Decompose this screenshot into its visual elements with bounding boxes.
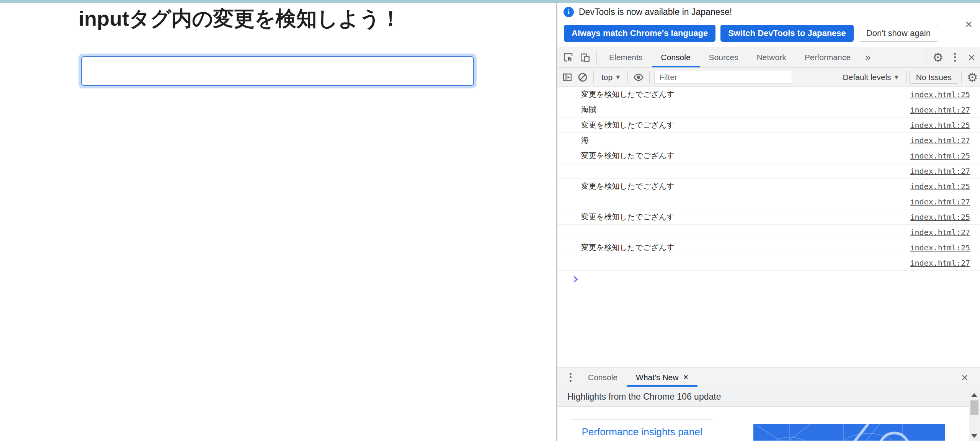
scrollbar-thumb[interactable]	[970, 400, 978, 415]
drawer-tab[interactable]: Console	[579, 368, 627, 387]
console-prompt[interactable]	[557, 271, 980, 287]
levels-label: Default levels	[843, 73, 891, 82]
console-message-row: 変更を検知したでござんす index.html:25	[557, 118, 980, 133]
whats-new-heading: Highlights from the Chrome 106 update	[557, 387, 980, 407]
console-sidebar-toggle-icon[interactable]	[560, 70, 575, 85]
drawer-tab-label: Console	[588, 373, 617, 382]
chevron-down-icon: ▼	[616, 74, 620, 80]
settings-gear-icon[interactable]: ⚙	[929, 49, 946, 66]
console-message-text: 海	[581, 135, 910, 145]
divider	[649, 71, 650, 83]
console-message-row: 変更を検知したでござんす index.html:25	[557, 179, 980, 194]
console-message-row: index.html:27	[557, 255, 980, 271]
console-source-link[interactable]: index.html:27	[910, 197, 970, 206]
console-message-text: 変更を検知したでござんす	[581, 150, 910, 161]
console-source-link[interactable]: index.html:27	[910, 228, 970, 237]
drawer-tab[interactable]: What's New ×	[627, 368, 697, 387]
close-drawer-icon[interactable]: ×	[956, 369, 973, 386]
divider	[906, 71, 906, 83]
clear-console-icon[interactable]	[575, 70, 590, 85]
console-log: 変更を検知したでござんす index.html:25 海賊 index.html…	[557, 87, 980, 287]
context-label: top	[601, 73, 612, 82]
console-source-link[interactable]: index.html:27	[910, 105, 970, 114]
console-settings-gear-icon[interactable]: ⚙	[965, 70, 980, 85]
devtools-drawer: Console What's New × × Highlights from t…	[557, 368, 980, 441]
devtools-tab[interactable]: Sources	[700, 47, 748, 67]
text-input[interactable]	[81, 56, 474, 86]
divider	[596, 51, 597, 64]
console-source-link[interactable]: index.html:25	[910, 182, 970, 191]
page-title: inputタグ内の変更を検知しよう！	[78, 6, 401, 31]
console-source-link[interactable]: index.html:25	[910, 121, 970, 130]
devtools-tab[interactable]: Console	[652, 47, 700, 67]
console-source-link[interactable]: index.html:25	[910, 90, 970, 99]
console-message-row: 海賊 index.html:27	[557, 102, 980, 118]
device-toolbar-icon[interactable]	[577, 49, 593, 66]
console-source-link[interactable]: index.html:27	[910, 136, 970, 145]
log-levels-selector[interactable]: Default levels ▼	[838, 73, 903, 82]
kebab-menu-icon[interactable]	[946, 49, 963, 66]
console-source-link[interactable]: index.html:25	[910, 151, 970, 160]
infobar-message: DevTools is now available in Japanese!	[579, 7, 732, 17]
drawer-tabs: Console What's New ×	[579, 368, 697, 387]
console-message-row: 変更を検知したでござんす index.html:25	[557, 209, 980, 225]
infobar-button[interactable]: Switch DevTools to Japanese	[720, 25, 854, 42]
infobar-button[interactable]: Always match Chrome's language	[564, 25, 715, 42]
scrollbar[interactable]	[969, 388, 980, 441]
console-message-text: 変更を検知したでござんす	[581, 120, 910, 130]
divider	[627, 71, 628, 83]
console-message-row: 海 index.html:27	[557, 133, 980, 148]
whats-new-content: Performance insights panel	[557, 407, 980, 441]
scroll-down-icon[interactable]	[971, 434, 977, 438]
info-icon: i	[564, 7, 574, 17]
console-message-list: 変更を検知したでござんす index.html:25 海賊 index.html…	[557, 87, 980, 271]
infobar-message-row: i DevTools is now available in Japanese!	[564, 6, 732, 18]
close-icon[interactable]: ×	[965, 18, 972, 30]
performance-insights-link[interactable]: Performance insights panel	[581, 426, 702, 438]
browser-top-stripe	[0, 0, 980, 3]
console-message-row: index.html:27	[557, 225, 980, 240]
devtools-tab[interactable]: Elements	[600, 47, 652, 67]
console-message-text: 海賊	[581, 105, 910, 115]
console-toolbar: top ▼ Default levels ▼ No Issues ⚙	[557, 68, 980, 87]
scroll-up-icon[interactable]	[971, 393, 977, 397]
console-message-row: 変更を検知したでござんす index.html:25	[557, 240, 980, 255]
whats-new-illustration	[753, 424, 945, 441]
infobar-button[interactable]: Don't show again	[859, 25, 938, 42]
toolbar-right-group: Default levels ▼ No Issues ⚙	[838, 70, 980, 85]
drawer-tabbar: Console What's New × ×	[557, 368, 980, 387]
console-message-text: 変更を検知したでござんす	[581, 89, 910, 100]
console-message-row: index.html:27	[557, 194, 980, 209]
console-message-text: 変更を検知したでござんす	[581, 212, 910, 222]
live-expression-eye-icon[interactable]	[631, 70, 646, 85]
web-page: inputタグ内の変更を検知しよう！	[0, 3, 556, 441]
console-source-link[interactable]: index.html:25	[910, 212, 970, 222]
devtools-tab[interactable]: Network	[748, 47, 795, 67]
console-message-text: 変更を検知したでござんす	[581, 242, 910, 253]
drawer-kebab-menu-icon[interactable]	[562, 369, 579, 386]
divider	[961, 71, 962, 83]
devtools-tab-label: Performance	[805, 53, 851, 62]
devtools-tab[interactable]: Performance	[795, 47, 860, 67]
console-message-row: 変更を検知したでござんす index.html:25	[557, 148, 980, 163]
issues-badge[interactable]: No Issues	[910, 71, 958, 84]
console-message-text: 変更を検知したでござんす	[581, 181, 910, 191]
filter-input[interactable]	[654, 71, 792, 84]
inspect-element-icon[interactable]	[560, 49, 577, 66]
console-source-link[interactable]: index.html:25	[910, 243, 970, 252]
infobar-buttons: Always match Chrome's language Switch De…	[564, 25, 938, 42]
chevron-down-icon: ▼	[895, 74, 898, 80]
console-source-link[interactable]: index.html:27	[910, 167, 970, 176]
close-tab-icon[interactable]: ×	[683, 372, 688, 382]
console-message-row: 変更を検知したでござんす index.html:25	[557, 87, 980, 102]
devtools-tab-label: Network	[757, 53, 786, 62]
text-input-focus-ring	[78, 54, 477, 88]
devtools-tab-label: Console	[661, 53, 691, 62]
javascript-context-selector[interactable]: top ▼	[597, 73, 624, 82]
devtools-tabs: Elements Console Sources Network Perform…	[600, 47, 860, 67]
close-devtools-icon[interactable]: ×	[963, 49, 980, 66]
console-source-link[interactable]: index.html:27	[910, 258, 970, 268]
more-tabs-icon[interactable]: »	[860, 51, 876, 63]
divider	[926, 51, 926, 64]
devtools-panel: i DevTools is now available in Japanese!…	[556, 3, 980, 441]
